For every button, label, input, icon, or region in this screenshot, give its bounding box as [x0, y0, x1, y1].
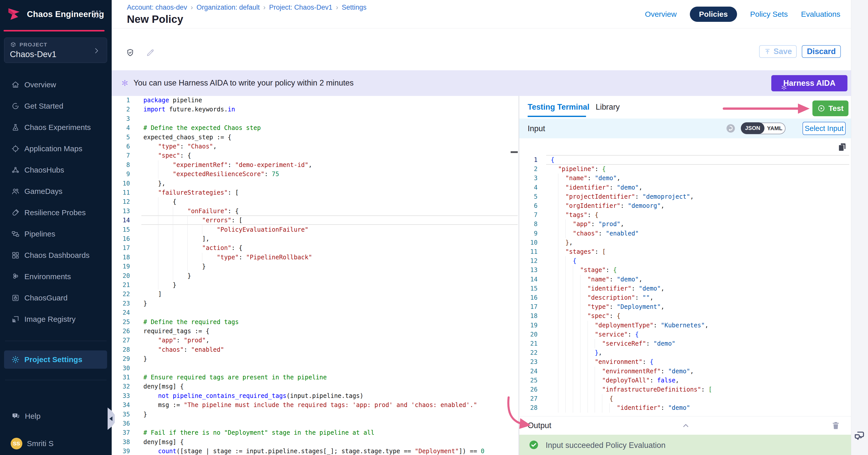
code-line[interactable]: "onFailure": {	[144, 206, 239, 216]
code-line[interactable]: "type": "PipelineRollback"	[144, 253, 312, 262]
support-chat-icon[interactable]	[853, 429, 866, 443]
sidebar-item-resilience-probes[interactable]: Resilience Probes	[0, 202, 112, 223]
tab-library[interactable]: Library	[596, 102, 620, 112]
sidebar-item-chaos-experiments[interactable]: Chaos Experiments	[0, 117, 112, 138]
code-line[interactable]: "service": {	[551, 330, 639, 339]
edit-pencil-icon[interactable]	[146, 48, 155, 58]
code-line[interactable]: expected_chaos_step := {	[144, 133, 231, 142]
sidebar-item-chaoshubs[interactable]: ChaosHubs	[0, 159, 112, 181]
breadcrumb-link[interactable]: Account: chaos-dev	[127, 4, 187, 11]
code-line[interactable]: "type": "Deployment",	[551, 302, 664, 312]
sidebar-item-get-started[interactable]: Get Started	[0, 95, 112, 117]
code-line[interactable]: "chaos": "enabled"	[551, 229, 639, 238]
code-line[interactable]: required_tags := {	[144, 327, 209, 336]
sidebar-item-chaos-dashboards[interactable]: Chaos Dashboards	[0, 245, 112, 266]
code-line[interactable]: "spec": {	[144, 151, 191, 160]
sidebar-item-environments[interactable]: Environments	[0, 266, 112, 287]
chevron-up-icon[interactable]	[681, 421, 691, 431]
tab-evaluations[interactable]: Evaluations	[801, 7, 840, 22]
code-line[interactable]: {	[551, 256, 577, 265]
json-yaml-toggle[interactable]: JSONYAML	[741, 123, 785, 134]
code-line[interactable]: "description": "",	[551, 293, 654, 302]
code-line[interactable]: },	[551, 348, 602, 357]
code-line[interactable]: "infrastructureDefinitions": [	[551, 385, 712, 394]
code-line[interactable]: "deployToAll": false,	[551, 376, 679, 385]
code-line[interactable]: deny[msg] {	[144, 382, 184, 391]
discard-button[interactable]: Discard	[802, 45, 841, 58]
code-line[interactable]: "stage": {	[551, 265, 617, 274]
test-button[interactable]: Test	[812, 100, 848, 116]
code-line[interactable]: # Fail if there is no "Deployment" stage…	[144, 428, 374, 437]
code-line[interactable]: "app": "prod",	[144, 336, 209, 345]
user-menu[interactable]: SS Smriti S	[0, 435, 112, 452]
breadcrumb-link[interactable]: Organization: default	[196, 4, 260, 11]
code-line[interactable]: "deploymentType": "Kubernetes",	[551, 321, 708, 330]
code-line[interactable]: },	[144, 179, 165, 188]
code-line[interactable]: }	[144, 262, 206, 271]
code-line[interactable]: "identifier": "demo",	[551, 183, 642, 192]
code-line[interactable]: "expectedResilienceScore": 75	[144, 169, 279, 178]
code-line[interactable]: "type": "Chaos",	[144, 142, 217, 151]
code-line[interactable]: {	[551, 394, 613, 403]
code-line[interactable]: {	[551, 155, 554, 164]
code-line[interactable]: "identifier": "demo"	[551, 403, 690, 412]
code-line[interactable]: msg := "The pipeline must include the re…	[144, 400, 477, 410]
code-line[interactable]: "name": "demo",	[551, 275, 642, 284]
code-line[interactable]: "environmentRef": "demo",	[551, 367, 694, 376]
code-line[interactable]: "failureStrategies": [	[144, 188, 239, 197]
format-option-yaml[interactable]: YAML	[765, 123, 785, 134]
code-line[interactable]: }	[144, 354, 147, 363]
sidebar-item-image-registry[interactable]: Image Registry	[0, 308, 112, 330]
code-line[interactable]: "stages": [	[551, 247, 606, 256]
sidebar-item-chaosguard[interactable]: ChaosGuard	[0, 287, 112, 308]
code-line[interactable]: # Define the expected Chaos step	[144, 123, 261, 132]
code-line[interactable]: deny[msg] {	[144, 437, 184, 447]
code-line[interactable]: "environment": {	[551, 357, 654, 366]
sidebar-item-help[interactable]: ? Help	[0, 409, 112, 424]
code-line[interactable]: "app": "prod",	[551, 220, 624, 229]
tab-policy-sets[interactable]: Policy Sets	[750, 7, 788, 22]
tab-testing-terminal[interactable]: Testing Terminal	[528, 102, 589, 112]
breadcrumb-link[interactable]: Settings	[342, 4, 367, 11]
code-line[interactable]: }	[144, 271, 191, 281]
code-line[interactable]: "serviceRef": "demo"	[551, 339, 675, 348]
format-disc-icon[interactable]	[725, 123, 736, 134]
format-option-json[interactable]: JSON	[741, 122, 765, 134]
code-line[interactable]: },	[551, 238, 573, 247]
code-line[interactable]: "spec": {	[551, 312, 621, 321]
code-line[interactable]: }	[144, 299, 147, 308]
module-grid-icon[interactable]	[92, 9, 102, 19]
harness-aida-button[interactable]: Harness AIDA	[771, 75, 847, 91]
code-line[interactable]: {	[144, 197, 176, 206]
code-line[interactable]: "PolicyEvaluationFailure"	[144, 225, 308, 234]
select-input-button[interactable]: Select Input	[803, 122, 846, 135]
code-line[interactable]: "orgIdentifier": "demoorg",	[551, 201, 664, 210]
code-line[interactable]: "pipeline": {	[551, 164, 606, 173]
breadcrumb-link[interactable]: Project: Chaos-Dev1	[269, 4, 332, 11]
code-line[interactable]: }	[144, 281, 176, 290]
code-line[interactable]: import future.keywords.in	[144, 105, 235, 114]
code-line[interactable]: not pipeline_contains_required_tags(inpu…	[144, 391, 364, 400]
code-line[interactable]: package pipeline	[144, 96, 202, 105]
sidebar-item-pipelines[interactable]: Pipelines	[0, 223, 112, 245]
sidebar-item-gamedays[interactable]: GameDays	[0, 181, 112, 202]
code-line[interactable]: "identifier": "demo",	[551, 284, 664, 293]
code-line[interactable]: # Define the required tags	[144, 318, 239, 327]
code-line[interactable]: ],	[144, 234, 209, 243]
sidebar-item-application-maps[interactable]: Application Maps	[0, 138, 112, 159]
trash-icon[interactable]	[831, 420, 841, 431]
tab-overview[interactable]: Overview	[645, 7, 677, 22]
code-line[interactable]: "name": "demo",	[551, 173, 621, 183]
code-line[interactable]: "projectIdentifier": "demoproject",	[551, 192, 694, 201]
sidebar-item-overview[interactable]: Overview	[0, 74, 112, 95]
copy-icon[interactable]	[837, 141, 847, 153]
save-button[interactable]: Save	[759, 45, 797, 58]
code-line[interactable]: "chaos": "enabled"	[144, 345, 224, 354]
code-line[interactable]: # Ensure required tags are present in th…	[144, 373, 327, 382]
code-line[interactable]: "experimentRef": "demo-experiment-id",	[144, 160, 312, 169]
project-selector[interactable]: PROJECT Chaos-Dev1	[4, 38, 107, 63]
sidebar-item-project-settings[interactable]: Project Settings	[4, 351, 107, 369]
code-line[interactable]: ]	[144, 290, 162, 299]
code-line[interactable]: }	[144, 410, 147, 419]
tab-policies[interactable]: Policies	[690, 7, 737, 22]
